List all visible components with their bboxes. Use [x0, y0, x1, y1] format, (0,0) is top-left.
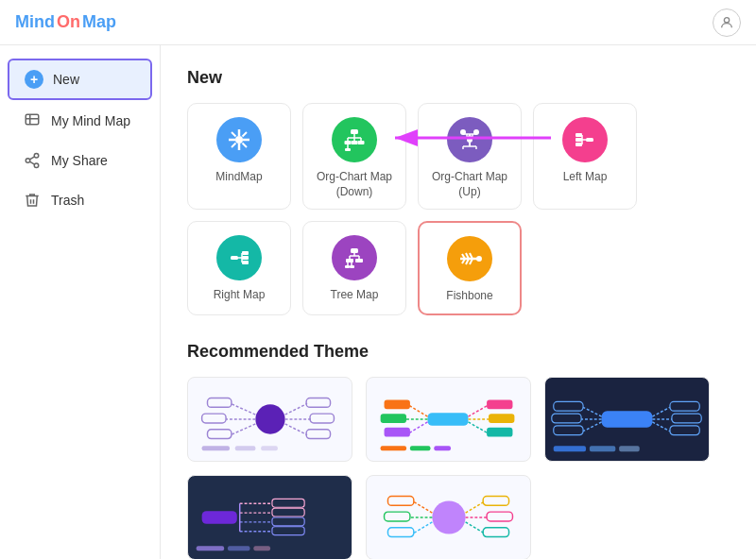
sidebar-item-trash[interactable]: Trash [8, 181, 152, 219]
svg-point-2 [34, 154, 39, 159]
svg-rect-45 [576, 138, 582, 142]
svg-line-6 [29, 157, 34, 160]
svg-rect-135 [197, 546, 224, 551]
sidebar-item-new[interactable]: + New [8, 59, 152, 100]
svg-rect-44 [576, 133, 582, 137]
svg-rect-142 [385, 512, 410, 521]
tree-map-label: Tree Map [331, 288, 379, 303]
theme-grid [187, 377, 730, 559]
svg-line-100 [469, 405, 489, 416]
svg-point-31 [473, 129, 479, 135]
svg-line-98 [409, 422, 428, 433]
svg-rect-122 [554, 446, 586, 451]
sidebar-label-new: New [53, 72, 79, 87]
svg-rect-65 [345, 265, 350, 268]
mindmap-icon [216, 117, 262, 162]
logo-on: On [57, 12, 80, 32]
svg-line-14 [243, 132, 248, 137]
user-avatar[interactable] [713, 8, 741, 37]
svg-rect-90 [202, 446, 230, 450]
svg-rect-24 [358, 141, 365, 144]
svg-line-114 [583, 422, 602, 432]
content-area: New [161, 45, 756, 559]
svg-point-7 [235, 136, 243, 144]
svg-line-116 [652, 407, 670, 416]
svg-line-88 [285, 424, 307, 435]
logo-mind: Mind [15, 12, 55, 32]
svg-line-143 [414, 522, 433, 534]
svg-rect-26 [345, 148, 351, 151]
svg-rect-97 [381, 414, 406, 423]
map-card-fishbone[interactable]: Fishbone [418, 221, 522, 315]
main-layout: + New My Mind Map My Share [0, 45, 756, 559]
trash-icon [23, 191, 42, 210]
sidebar-item-my-share[interactable]: My Share [8, 142, 152, 179]
svg-rect-144 [387, 528, 413, 537]
theme-card-1[interactable] [187, 377, 352, 462]
svg-line-13 [243, 144, 248, 148]
map-card-org-down[interactable]: Org-Chart Map(Down) [302, 103, 406, 210]
svg-rect-81 [202, 414, 226, 423]
svg-point-4 [34, 163, 39, 168]
svg-rect-47 [231, 256, 238, 260]
svg-rect-130 [272, 499, 304, 507]
map-card-org-up[interactable]: Org-Chart Map (Up) [418, 103, 522, 210]
svg-point-0 [724, 17, 729, 22]
map-card-left[interactable]: Left Map [533, 103, 637, 210]
svg-rect-146 [483, 496, 508, 505]
logo-map: Map [82, 12, 116, 32]
svg-line-84 [285, 403, 307, 415]
map-card-tree[interactable]: Tree Map [302, 221, 406, 315]
logo: MindOnMap [15, 12, 116, 32]
svg-rect-111 [554, 401, 583, 411]
share-icon [23, 151, 42, 170]
svg-rect-119 [672, 414, 701, 423]
svg-rect-101 [487, 399, 512, 409]
svg-rect-105 [487, 428, 512, 437]
svg-rect-61 [346, 259, 353, 263]
svg-rect-123 [590, 446, 615, 451]
org-down-label: Org-Chart Map(Down) [317, 170, 392, 199]
svg-rect-55 [242, 261, 249, 264]
svg-rect-54 [242, 256, 249, 260]
svg-line-145 [466, 501, 485, 513]
svg-rect-53 [242, 251, 249, 255]
sidebar-label-my-mind-map: My Mind Map [51, 113, 130, 128]
svg-line-15 [232, 144, 236, 148]
org-down-icon [332, 117, 377, 162]
recommended-section-title: Recommended Theme [187, 342, 730, 362]
svg-rect-103 [489, 414, 514, 423]
svg-point-68 [476, 256, 482, 262]
svg-rect-62 [355, 259, 363, 263]
svg-rect-56 [351, 248, 358, 253]
theme-card-4[interactable] [187, 475, 352, 559]
svg-rect-92 [261, 446, 278, 450]
svg-rect-23 [352, 141, 358, 144]
svg-line-82 [231, 424, 255, 435]
svg-point-3 [26, 159, 30, 163]
svg-rect-95 [385, 399, 410, 409]
map-card-mindmap[interactable]: MindMap [187, 103, 291, 210]
svg-rect-99 [385, 428, 410, 437]
svg-rect-22 [345, 141, 352, 144]
theme-card-3[interactable] [544, 377, 710, 462]
svg-rect-140 [387, 496, 413, 505]
map-card-right[interactable]: Right Map [187, 221, 291, 315]
left-map-icon [562, 117, 608, 162]
org-up-label: Org-Chart Map (Up) [428, 170, 511, 199]
new-section-title: New [187, 68, 730, 88]
svg-point-77 [255, 404, 284, 433]
svg-point-30 [460, 129, 466, 135]
tree-map-icon [332, 235, 377, 280]
svg-rect-136 [228, 546, 249, 551]
svg-rect-91 [235, 446, 256, 450]
theme-card-2[interactable] [366, 377, 531, 462]
svg-rect-79 [208, 398, 232, 407]
left-map-label: Left Map [563, 170, 608, 185]
svg-rect-106 [381, 446, 406, 450]
svg-point-138 [432, 500, 465, 534]
svg-rect-113 [552, 414, 581, 423]
mindmap-label: MindMap [215, 170, 262, 185]
theme-card-5[interactable] [366, 475, 531, 559]
sidebar-item-my-mind-map[interactable]: My Mind Map [8, 102, 152, 140]
